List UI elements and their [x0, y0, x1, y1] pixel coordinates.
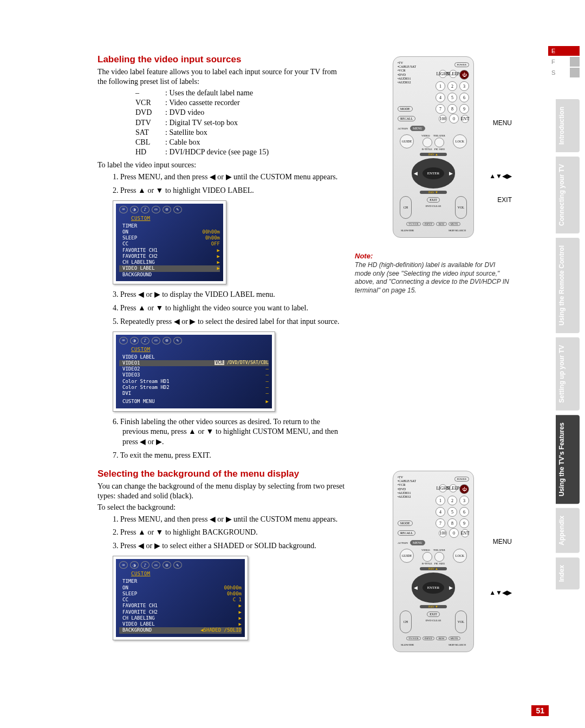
menu-title: CUSTOM — [131, 571, 242, 576]
right-arrow-icon: ▶ — [449, 585, 453, 590]
menu-val: 00h00m — [224, 585, 242, 591]
menu-item: SLEEP — [122, 235, 137, 241]
label-val: : DVI/HDCP device (see page 15) — [165, 147, 269, 157]
menu-icon: ▭ — [152, 337, 160, 344]
menu-val: ▶ — [239, 615, 242, 621]
menu-item: VIDEO2 — [122, 366, 140, 372]
dvdclear-label: DVD CLEAR — [426, 205, 441, 207]
label-val: : Video cassette recorder — [165, 98, 240, 108]
ent-button: ENT — [461, 529, 469, 537]
slowdir-label: SLOW/DIR — [401, 644, 414, 646]
remote-diagram-2: •TV •CABLE/SAT •VCR •DVD •AUDIO1 •AUDIO2… — [393, 471, 474, 652]
menu-item: ON — [122, 229, 128, 235]
menu-val: 0h00m — [205, 235, 220, 241]
section2-intro: You can change the background of the men… — [98, 482, 345, 500]
exit-button: EXIT — [427, 197, 440, 203]
power-label: POWER — [454, 477, 470, 482]
theater-label: THEATER — [433, 549, 445, 551]
menu-item: VIDEO3 — [122, 372, 140, 378]
picsize-label: PIC SIZE — [434, 562, 445, 565]
menu-icon: ✎ — [173, 206, 182, 213]
remote-diagram-1: •TV •CABLE/SAT •VCR •DVD •AUDIO1 •AUDIO2… — [393, 56, 474, 238]
label-key: – — [135, 88, 165, 98]
action-label: ACTION — [398, 542, 408, 544]
step: 7. To exit the menu, press EXIT. — [113, 451, 345, 461]
mode-button: MODE — [398, 521, 413, 526]
menu-icon: ◑ — [130, 561, 139, 569]
menu-title: CUSTOM — [131, 216, 220, 221]
menu-icon-row: ⌨◑♪▭⚙✎ — [119, 337, 269, 346]
osd-video-label-menu: ⌨◑♪▭⚙✎ CUSTOM VIDEO LABEL VIDEO1VCR /DVD… — [113, 332, 275, 412]
menu-item: FAVORITE CH2 — [122, 609, 158, 615]
callout-menu: MENU — [493, 538, 512, 545]
num-button: 9 — [459, 518, 469, 528]
menu-item: BACKGROUND — [122, 272, 152, 278]
menu-item: FAVORITE CH2 — [122, 253, 158, 259]
num-button: 6 — [459, 507, 469, 517]
osd-custom-menu-1: ⌨ ◑ ♪ ▭ ⚙ ✎ CUSTOM TIMER ON00h00m SLEEP0… — [113, 200, 226, 284]
menu-val: ▶ — [239, 621, 242, 627]
menu-icon: ◑ — [130, 206, 139, 213]
callout-arrows: ▲▼◀▶ — [489, 589, 512, 596]
fav-up-button: FAV ▲ — [420, 153, 447, 156]
instr-background: To select the background: — [98, 503, 345, 512]
sleep-button: SLEEP — [449, 484, 457, 492]
mode-button: MODE — [398, 106, 413, 112]
num-button: 7 — [435, 104, 445, 114]
sleep-button: SLEEP — [449, 70, 457, 78]
menu-val: 00h00m — [202, 229, 220, 235]
menu-item: CC — [122, 597, 128, 603]
label-key: CBL — [135, 138, 165, 147]
instr-label-sources: To label the video input sources: — [98, 160, 345, 170]
dvdclear-label: DVD CLEAR — [426, 619, 441, 622]
menu-item-selected: BACKGROUND — [122, 627, 152, 633]
menu-icon-row: ⌨◑♪▭⚙✎ — [119, 561, 242, 570]
vol-button: VOL — [455, 610, 467, 633]
section1-intro: The video label feature allows you to la… — [98, 67, 345, 86]
video-label: VIDEO — [421, 549, 430, 551]
step: 2. Press ▲ or ▼ to highlight VIDEO LABEL… — [113, 186, 345, 196]
label-key: VCR — [135, 98, 165, 108]
enter-button: ENTER — [422, 582, 444, 594]
menu-item-selected: VIDEO LABEL — [122, 265, 155, 271]
note-heading: Note: — [355, 252, 512, 260]
lang-e: E — [548, 46, 580, 56]
num-button: 1 — [435, 81, 445, 91]
menu-val: C 1 — [233, 597, 242, 603]
preset-label-table: –: Uses the default label name VCR: Vide… — [135, 88, 345, 157]
rtitle-label: R-TITLE — [422, 562, 432, 565]
action-label: ACTION — [398, 127, 408, 130]
label-key: SAT — [135, 128, 165, 138]
menu-item-selected: VIDEO1 — [122, 360, 140, 366]
video-label: VIDEO — [421, 134, 430, 137]
selected-label-vcr: VCR — [214, 360, 224, 365]
menu-icon: ⌨ — [119, 561, 128, 569]
guide-button: GUIDE — [400, 549, 414, 563]
guide-button: GUIDE — [400, 134, 414, 148]
section2-heading: Selecting the background of the menu dis… — [98, 469, 345, 479]
num-button: 0 — [449, 528, 459, 538]
light-button: LIGHT — [439, 70, 447, 78]
menu-button: MENU — [410, 126, 425, 131]
menu-val: ▶ — [217, 253, 220, 259]
menu-button: MENU — [410, 540, 425, 545]
menu-item: FAVORITE CH1 — [122, 603, 158, 609]
menu-val: ▶ — [239, 609, 242, 615]
num-button: 3 — [459, 496, 469, 505]
lang-f: F — [548, 57, 580, 67]
lang-s: S — [548, 68, 580, 77]
label-val: : Uses the default label name — [165, 88, 253, 98]
right-arrow-icon: ▶ — [449, 171, 453, 176]
tab-remote: Using the Remote Control — [556, 238, 580, 333]
label-key: DTV — [135, 118, 165, 128]
menu-icon: ♪ — [141, 337, 150, 344]
menu-icon: ◑ — [130, 337, 139, 344]
tab-introduction: Introduction — [556, 99, 580, 152]
menu-icon: ⚙ — [162, 206, 171, 213]
menu-icon: ✎ — [173, 337, 182, 344]
num-button: 5 — [447, 507, 457, 517]
menu-icon: ✎ — [173, 561, 182, 569]
menu-icon: ▭ — [152, 561, 160, 569]
tab-features-active: Using the TV's Features — [556, 415, 580, 504]
rew-button: REW — [436, 636, 446, 640]
